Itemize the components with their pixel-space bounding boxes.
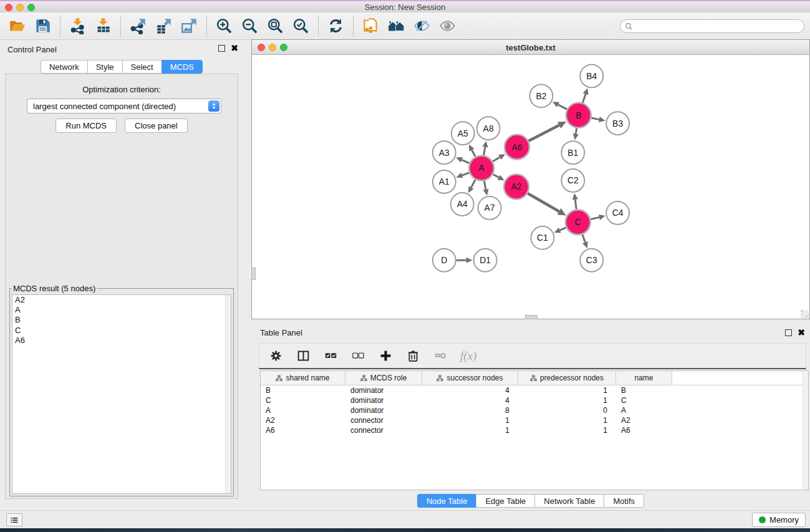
add-row-icon[interactable] <box>378 349 393 364</box>
mcds-result-item[interactable]: A6 <box>12 336 231 346</box>
close-panel-icon[interactable]: ✖ <box>231 45 238 52</box>
search-box[interactable] <box>620 19 804 33</box>
graph-edge[interactable] <box>560 228 566 230</box>
graph-node-C[interactable]: C <box>566 210 591 235</box>
graph-node-A8[interactable]: A8 <box>477 117 500 140</box>
tab-network[interactable]: Network <box>41 60 87 74</box>
graph-node-B3[interactable]: B3 <box>606 112 629 135</box>
tab-network-table[interactable]: Network Table <box>534 494 604 508</box>
graph-node-B2[interactable]: B2 <box>530 84 553 107</box>
duplicate-network-icon[interactable] <box>361 17 380 36</box>
delete-rows-icon[interactable] <box>405 349 420 364</box>
zoom-selected-icon[interactable] <box>291 17 310 36</box>
close-panel-button[interactable]: Close panel <box>125 118 188 133</box>
graph-node-A1[interactable]: A1 <box>433 170 456 193</box>
graph-edge[interactable] <box>591 118 599 120</box>
graph-node-B[interactable]: B <box>566 103 591 128</box>
graph-edge[interactable] <box>484 147 485 155</box>
graph-edge[interactable] <box>558 105 567 109</box>
tab-motifs[interactable]: Motifs <box>604 494 644 508</box>
tab-mcds[interactable]: MCDS <box>162 60 203 74</box>
graph-edge[interactable] <box>591 217 599 219</box>
table-row[interactable]: Bdominator41B <box>261 385 808 395</box>
graph-node-A7[interactable]: A7 <box>478 196 501 220</box>
graph-edge[interactable] <box>461 160 469 163</box>
import-network-icon[interactable] <box>68 17 87 36</box>
graph-node-B1[interactable]: B1 <box>561 141 584 164</box>
graph-node-A6[interactable]: A6 <box>504 135 529 160</box>
zoom-out-icon[interactable] <box>240 17 259 36</box>
graph-edge[interactable] <box>471 180 476 188</box>
select-all-checkboxes-icon[interactable] <box>323 349 338 364</box>
mcds-result-item[interactable]: C <box>12 326 231 336</box>
table-scrollbar[interactable] <box>803 371 808 490</box>
graph-node-C4[interactable]: C4 <box>606 201 629 225</box>
table-row[interactable]: Cdominator41C <box>261 395 808 405</box>
graph-edge[interactable] <box>529 125 559 141</box>
graph-edge[interactable] <box>462 173 470 175</box>
import-table-icon[interactable] <box>94 17 112 36</box>
birdseye-toggle-handle[interactable] <box>251 268 256 280</box>
criterion-dropdown[interactable]: largest connected component (directed) ▲… <box>27 99 221 114</box>
hide-graphics-details-icon[interactable] <box>412 17 431 36</box>
graph-node-C3[interactable]: C3 <box>580 249 603 272</box>
graph-edge[interactable] <box>582 94 586 103</box>
graph-node-D1[interactable]: D1 <box>474 249 497 272</box>
save-session-icon[interactable] <box>33 17 52 36</box>
mcds-result-item[interactable]: B <box>12 315 231 325</box>
column-header-MCDS-role[interactable]: MCDS role <box>345 371 422 385</box>
memory-button[interactable]: Memory <box>752 513 806 527</box>
export-network-icon[interactable] <box>128 17 147 36</box>
network-window-titlebar[interactable]: testGlobe.txt <box>252 40 809 55</box>
column-header-successor-nodes[interactable]: successor nodes <box>422 371 518 385</box>
table-row[interactable]: A6connector11A6 <box>261 425 808 435</box>
column-layout-icon[interactable] <box>296 349 311 364</box>
tab-node-table[interactable]: Node Table <box>417 494 476 508</box>
settings-gear-icon[interactable] <box>268 349 283 364</box>
graph-edge[interactable] <box>493 174 499 177</box>
graph-edge[interactable] <box>472 150 476 157</box>
deselect-all-checkboxes-icon[interactable] <box>350 349 365 364</box>
mcds-result-item[interactable]: A2 <box>12 295 231 305</box>
float-panel-icon[interactable] <box>218 45 225 52</box>
table-row[interactable]: Adominator80A <box>261 405 808 415</box>
open-file-icon[interactable] <box>7 17 26 36</box>
show-graphics-details-icon[interactable] <box>438 17 456 36</box>
result-scrollbar[interactable] <box>225 295 231 493</box>
graph-edge[interactable] <box>576 128 576 133</box>
graph-node-A2[interactable]: A2 <box>504 175 529 200</box>
column-header-shared-name[interactable]: shared name <box>261 371 345 385</box>
graph-edge[interactable] <box>528 193 559 211</box>
graph-node-D[interactable]: D <box>433 249 456 272</box>
graph-edge[interactable] <box>493 157 499 162</box>
network-canvas[interactable]: AA1A2A3A4A5A6A7A8BB1B2B3B4CC1C2C3C4DD1 <box>252 55 809 319</box>
task-history-button[interactable] <box>6 513 22 526</box>
graph-edge[interactable] <box>575 200 576 210</box>
refresh-icon[interactable] <box>326 17 345 36</box>
column-header-predecessor-nodes[interactable]: predecessor nodes <box>518 371 616 385</box>
tab-style[interactable]: Style <box>87 60 122 74</box>
graph-node-B4[interactable]: B4 <box>580 64 603 87</box>
graph-node-C1[interactable]: C1 <box>531 226 554 249</box>
mcds-result-item[interactable]: A <box>12 305 231 315</box>
zoom-in-icon[interactable] <box>215 17 233 36</box>
function-builder-icon[interactable]: f(x) <box>460 349 476 363</box>
graph-node-A4[interactable]: A4 <box>451 193 474 216</box>
tab-edge-table[interactable]: Edge Table <box>476 494 534 508</box>
graph-node-A5[interactable]: A5 <box>451 122 475 145</box>
graph-edge[interactable] <box>582 235 586 243</box>
zoom-fit-icon[interactable] <box>266 17 284 36</box>
tab-select[interactable]: Select <box>122 60 162 74</box>
search-input[interactable] <box>633 21 804 32</box>
graph-node-C2[interactable]: C2 <box>561 169 584 192</box>
bottom-toggle-handle[interactable] <box>525 315 538 319</box>
export-table-icon[interactable] <box>154 17 173 36</box>
graph-node-A[interactable]: A <box>469 156 494 181</box>
window-resize-grip[interactable] <box>801 310 809 318</box>
graph-node-A3[interactable]: A3 <box>433 141 456 164</box>
column-header-name[interactable]: name <box>616 371 672 385</box>
run-mcds-button[interactable]: Run MCDS <box>55 118 117 133</box>
export-image-icon[interactable] <box>180 17 198 36</box>
float-table-panel-icon[interactable] <box>785 329 792 336</box>
table-row[interactable]: A2connector11A2 <box>261 415 808 425</box>
